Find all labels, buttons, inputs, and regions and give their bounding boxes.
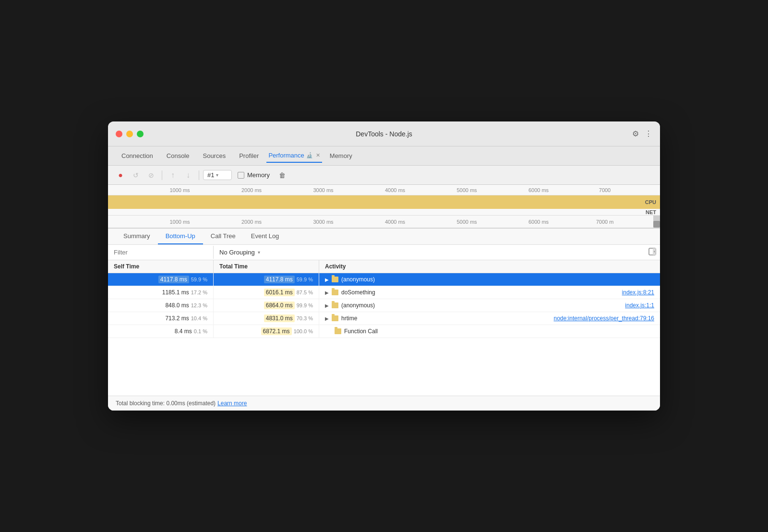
trash-icon: 🗑: [279, 171, 286, 179]
td-self-time-2: 848.0 ms 12.3 %: [108, 299, 214, 312]
performance-tab-label: Performance: [268, 152, 304, 159]
folder-icon-1: [332, 290, 338, 295]
self-pct-2: 12.3 %: [191, 302, 207, 308]
tick2-7000: 7000 m: [596, 219, 614, 225]
titlebar: DevTools - Node.js ⚙ ⋮: [108, 121, 660, 146]
performance-tab-close[interactable]: ✕: [316, 152, 320, 158]
activity-content-3: ▶ hrtime: [325, 315, 357, 322]
tab-profiler[interactable]: Profiler: [233, 149, 264, 162]
tab-performance[interactable]: Performance 🔬 ✕: [266, 149, 322, 163]
table-row[interactable]: 4117.8 ms 59.9 % 4117.8 ms 59.9 % ▶ (ano…: [108, 273, 660, 286]
self-time-value-2: 848.0 ms: [165, 302, 189, 309]
activity-content-2: ▶ (anonymous): [325, 302, 375, 309]
panel-toggle-button[interactable]: [645, 245, 660, 260]
tab-call-tree[interactable]: Call Tree: [203, 229, 243, 244]
self-pct-1: 17.2 %: [191, 290, 207, 295]
window-title: DevTools - Node.js: [356, 130, 412, 138]
timeline-scrollbar[interactable]: [653, 216, 660, 228]
more-button[interactable]: ⋮: [645, 129, 652, 138]
td-activity-1: ▶ doSomething index.js:8:21: [319, 286, 660, 299]
total-time-value-3: 4831.0 ms: [264, 314, 295, 322]
net-label: NET: [646, 209, 656, 215]
divider-2: [199, 170, 199, 180]
tab-event-log[interactable]: Event Log: [243, 229, 287, 244]
cpu-bar: CPU: [108, 195, 660, 209]
tab-summary[interactable]: Summary: [116, 229, 158, 244]
total-time-value-0: 4117.8 ms: [264, 276, 295, 283]
tick2-5000: 5000 ms: [456, 219, 477, 225]
self-pct-3: 10.4 %: [191, 315, 207, 321]
td-total-time-0: 4117.8 ms 59.9 %: [214, 273, 319, 286]
th-activity: Activity: [319, 260, 660, 273]
timeline-ruler-top: 1000 ms 2000 ms 3000 ms 4000 ms 5000 ms …: [108, 185, 660, 195]
table-row[interactable]: 1185.1 ms 17.2 % 6016.1 ms 87.5 % ▶ doSo…: [108, 286, 660, 299]
refresh-button[interactable]: ↺: [129, 169, 143, 182]
td-activity-2: ▶ (anonymous) index.js:1:1: [319, 299, 660, 312]
tab-sources[interactable]: Sources: [197, 149, 231, 162]
tab-connection[interactable]: Connection: [116, 149, 159, 162]
tab-console[interactable]: Console: [161, 149, 195, 162]
tick-3000: 3000 ms: [313, 187, 333, 193]
expand-icon-1[interactable]: ▶: [325, 290, 329, 295]
stop-button[interactable]: ⊘: [144, 169, 158, 182]
expand-icon-0[interactable]: ▶: [325, 277, 329, 282]
panel-toggle-icon: [648, 248, 656, 255]
td-total-time-2: 6864.0 ms 99.9 %: [214, 299, 319, 312]
activity-content-4: Function Call: [325, 328, 378, 335]
memory-checkbox[interactable]: [238, 172, 244, 179]
total-time-value-4: 6872.1 ms: [261, 327, 292, 335]
grouping-select[interactable]: No Grouping ▾: [214, 246, 266, 259]
table-row[interactable]: 8.4 ms 0.1 % 6872.1 ms 100.0 % Function …: [108, 325, 660, 338]
grouping-dropdown-icon: ▾: [258, 250, 260, 255]
cpu-label: CPU: [645, 199, 656, 205]
nav-tabs: Connection Console Sources Profiler Perf…: [108, 146, 660, 166]
td-activity-4: Function Call: [319, 325, 660, 338]
filter-input[interactable]: [108, 246, 214, 259]
settings-button[interactable]: ⚙: [632, 129, 639, 138]
net-bar: NET: [108, 209, 660, 216]
folder-icon-3: [332, 315, 338, 321]
total-pct-4: 100.0 %: [294, 328, 313, 334]
tab-bottom-up[interactable]: Bottom-Up: [158, 229, 203, 244]
profile-selector[interactable]: #1 ▾: [203, 170, 232, 180]
expand-icon-3[interactable]: ▶: [325, 316, 329, 321]
tick-7000: 7000: [599, 187, 611, 193]
th-self-time: Self Time: [108, 260, 214, 273]
profile-label: #1: [207, 171, 214, 179]
tick2-1000: 1000 ms: [169, 219, 190, 225]
activity-content-0: ▶ (anonymous): [325, 276, 375, 283]
download-button[interactable]: ↓: [181, 169, 195, 182]
maximize-button[interactable]: [137, 131, 144, 137]
activity-name-3: hrtime: [341, 315, 357, 322]
record-button[interactable]: ●: [114, 169, 127, 182]
tick-1000: 1000 ms: [169, 187, 190, 193]
status-bar: Total blocking time: 0.00ms (estimated) …: [108, 396, 660, 411]
timeline-area: 1000 ms 2000 ms 3000 ms 4000 ms 5000 ms …: [108, 185, 660, 229]
tab-memory[interactable]: Memory: [324, 149, 358, 162]
total-time-value-1: 6016.1 ms: [264, 289, 295, 296]
activity-link-3[interactable]: node:internal/process/per_thread:79:16: [554, 315, 654, 322]
table-row[interactable]: 848.0 ms 12.3 % 6864.0 ms 99.9 % ▶ (anon…: [108, 299, 660, 312]
td-self-time-0: 4117.8 ms 59.9 %: [108, 273, 214, 286]
close-button[interactable]: [116, 131, 122, 137]
empty-space: [108, 338, 660, 396]
traffic-lights: [116, 131, 144, 137]
td-self-time-4: 8.4 ms 0.1 %: [108, 325, 214, 338]
flask-icon: 🔬: [306, 152, 313, 158]
learn-more-link[interactable]: Learn more: [217, 400, 247, 407]
activity-link-2[interactable]: index.js:1:1: [625, 302, 654, 309]
table-row[interactable]: 713.2 ms 10.4 % 4831.0 ms 70.3 % ▶ hrtim…: [108, 312, 660, 325]
td-activity-0: ▶ (anonymous): [319, 273, 660, 286]
activity-content-1: ▶ doSomething: [325, 289, 375, 296]
trash-button[interactable]: 🗑: [276, 169, 289, 182]
expand-icon-2[interactable]: ▶: [325, 303, 329, 308]
td-self-time-3: 713.2 ms 10.4 %: [108, 312, 214, 325]
self-pct-4: 0.1 %: [194, 328, 207, 334]
minimize-button[interactable]: [126, 131, 133, 137]
dropdown-icon: ▾: [216, 172, 218, 178]
tick2-4000: 4000 ms: [385, 219, 405, 225]
grouping-label: No Grouping: [219, 249, 255, 256]
activity-link-1[interactable]: index.js:8:21: [622, 289, 654, 296]
upload-button[interactable]: ↑: [166, 169, 180, 182]
timeline-scrollbar-thumb[interactable]: [653, 221, 660, 228]
